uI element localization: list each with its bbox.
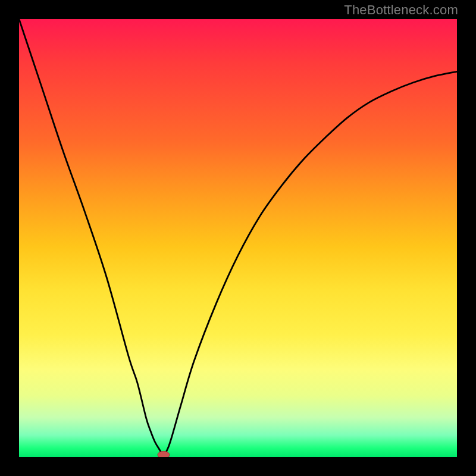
chart-frame: TheBottleneck.com xyxy=(0,0,476,476)
chart-svg xyxy=(19,19,457,457)
bottleneck-curve xyxy=(19,19,457,455)
minimum-marker xyxy=(158,451,170,457)
watermark-text: TheBottleneck.com xyxy=(344,2,458,18)
plot-area xyxy=(19,19,457,457)
